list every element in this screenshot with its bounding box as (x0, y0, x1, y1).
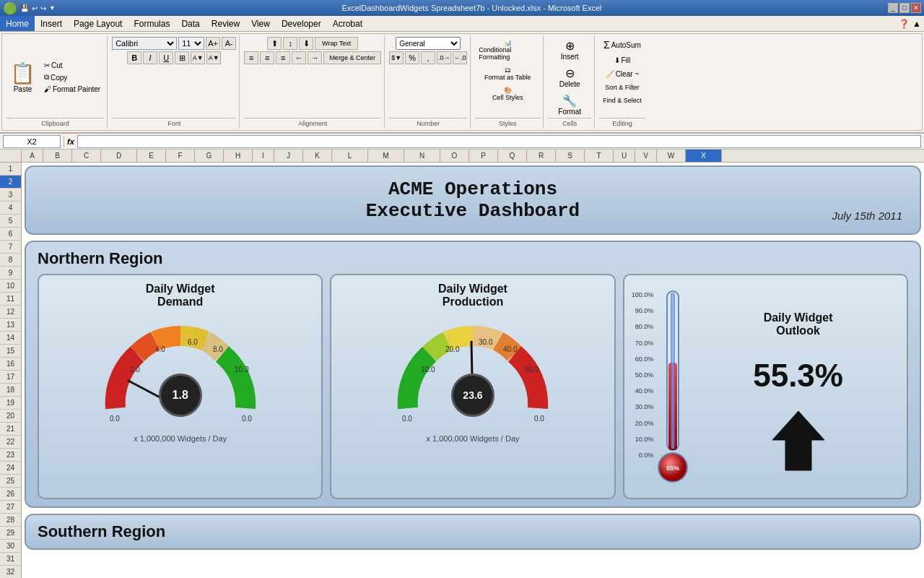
col-D[interactable]: D (101, 150, 137, 162)
quick-save[interactable]: 💾 (20, 4, 29, 12)
menu-data[interactable]: Data (175, 16, 205, 31)
col-B[interactable]: B (43, 150, 72, 162)
paste-button[interactable]: 📋 Paste (6, 56, 39, 99)
row-10[interactable]: 10 (0, 280, 21, 293)
indent-decrease-button[interactable]: ← (292, 51, 306, 64)
format-cell-button[interactable]: 🔧 Format (548, 92, 591, 118)
format-painter-button[interactable]: 🖌 Format Painter (40, 84, 104, 95)
row-9[interactable]: 9 (0, 267, 21, 280)
row-4[interactable]: 4 (0, 202, 21, 215)
row-22[interactable]: 22 (0, 436, 21, 449)
quick-redo[interactable]: ↪ (40, 4, 46, 12)
comma-button[interactable]: , (421, 51, 435, 64)
row-15[interactable]: 15 (0, 345, 21, 358)
col-F[interactable]: F (166, 150, 195, 162)
align-bottom-button[interactable]: ⬇ (299, 37, 313, 50)
minimize-button[interactable]: _ (888, 3, 898, 13)
row-23[interactable]: 23 (0, 449, 21, 462)
row-26[interactable]: 26 (0, 488, 21, 501)
fill-button[interactable]: ⬇ Fill (611, 54, 635, 66)
col-I[interactable]: I (253, 150, 274, 162)
cell-styles-button[interactable]: 🎨 Cell Styles (475, 85, 540, 103)
row-27[interactable]: 27 (0, 501, 21, 514)
menu-review[interactable]: Review (206, 16, 245, 31)
decimal-decrease-button[interactable]: ←.0 (453, 51, 467, 64)
find-select-button[interactable]: Find & Select (599, 95, 645, 106)
col-R[interactable]: R (527, 150, 556, 162)
clear-button[interactable]: 🧹 Clear ~ (602, 68, 643, 80)
row-11[interactable]: 11 (0, 293, 21, 306)
row-18[interactable]: 18 (0, 384, 21, 397)
row-3[interactable]: 3 (0, 189, 21, 202)
accounting-button[interactable]: $▼ (389, 51, 404, 64)
copy-button[interactable]: ⧉ Copy (40, 72, 104, 83)
row-14[interactable]: 14 (0, 332, 21, 345)
col-O[interactable]: O (440, 150, 469, 162)
col-C[interactable]: C (72, 150, 101, 162)
merge-center-button[interactable]: Merge & Center (323, 51, 381, 64)
font-name-select[interactable]: Calibri (112, 37, 177, 50)
indent-increase-button[interactable]: → (308, 51, 322, 64)
row-20[interactable]: 20 (0, 410, 21, 423)
col-N[interactable]: N (404, 150, 440, 162)
row-31[interactable]: 31 (0, 553, 21, 566)
wrap-text-button[interactable]: Wrap Text (315, 37, 358, 50)
increase-font-button[interactable]: A+ (206, 37, 220, 50)
decrease-font-button[interactable]: A- (222, 37, 236, 50)
col-M[interactable]: M (368, 150, 404, 162)
row-1[interactable]: 1 (0, 163, 21, 176)
col-P[interactable]: P (469, 150, 498, 162)
border-button[interactable]: ⊞ (175, 51, 189, 64)
row-13[interactable]: 13 (0, 319, 21, 332)
row-30[interactable]: 30 (0, 540, 21, 553)
col-A[interactable]: A (22, 150, 43, 162)
customize-qa[interactable]: ▼ (49, 4, 56, 12)
row-6[interactable]: 6 (0, 228, 21, 241)
col-S[interactable]: S (556, 150, 585, 162)
row-7[interactable]: 7 (0, 241, 21, 254)
row-5[interactable]: 5 (0, 215, 21, 228)
help-icon[interactable]: ❓ (899, 19, 910, 29)
percent-button[interactable]: % (405, 51, 419, 64)
row-21[interactable]: 21 (0, 423, 21, 436)
align-left-button[interactable]: ≡ (244, 51, 258, 64)
row-25[interactable]: 25 (0, 475, 21, 488)
col-L[interactable]: L (332, 150, 368, 162)
col-W[interactable]: W (657, 150, 686, 162)
delete-cell-button[interactable]: ⊖ Delete (548, 64, 591, 90)
underline-button[interactable]: U (159, 51, 173, 64)
italic-button[interactable]: I (143, 51, 157, 64)
menu-developer[interactable]: Developer (276, 16, 327, 31)
col-G[interactable]: G (195, 150, 224, 162)
row-32[interactable]: 32 (0, 566, 21, 578)
align-right-button[interactable]: ≡ (276, 51, 290, 64)
fill-color-button[interactable]: A▼ (191, 51, 205, 64)
menu-acrobat[interactable]: Acrobat (327, 16, 368, 31)
ribbon-collapse[interactable]: ▲ (912, 19, 921, 29)
format-as-table-button[interactable]: 🗂 Format as Table (475, 64, 540, 83)
col-V[interactable]: V (635, 150, 657, 162)
row-24[interactable]: 24 (0, 462, 21, 475)
align-top-button[interactable]: ⬆ (267, 37, 282, 50)
bold-button[interactable]: B (127, 51, 141, 64)
row-29[interactable]: 29 (0, 527, 21, 540)
menu-insert[interactable]: Insert (35, 16, 68, 31)
formula-input[interactable] (77, 135, 921, 148)
align-middle-button[interactable]: ↕ (283, 37, 297, 50)
menu-view[interactable]: View (245, 16, 276, 31)
menu-page-layout[interactable]: Page Layout (68, 16, 128, 31)
quick-undo[interactable]: ↩ (32, 4, 38, 12)
menu-formulas[interactable]: Formulas (128, 16, 175, 31)
col-H[interactable]: H (224, 150, 253, 162)
number-format-select[interactable]: General (396, 37, 461, 50)
row-17[interactable]: 17 (0, 371, 21, 384)
insert-cell-button[interactable]: ⊕ Insert (548, 37, 591, 63)
font-color-button[interactable]: A▼ (206, 51, 221, 64)
row-8[interactable]: 8 (0, 254, 21, 267)
autosum-button[interactable]: Σ AutoSum (600, 37, 645, 53)
col-K[interactable]: K (303, 150, 332, 162)
col-T[interactable]: T (585, 150, 614, 162)
row-16[interactable]: 16 (0, 358, 21, 371)
cells-area[interactable]: ACME Operations Executive Dashboard July… (22, 163, 924, 578)
cut-button[interactable]: ✂ Cut (40, 60, 104, 71)
